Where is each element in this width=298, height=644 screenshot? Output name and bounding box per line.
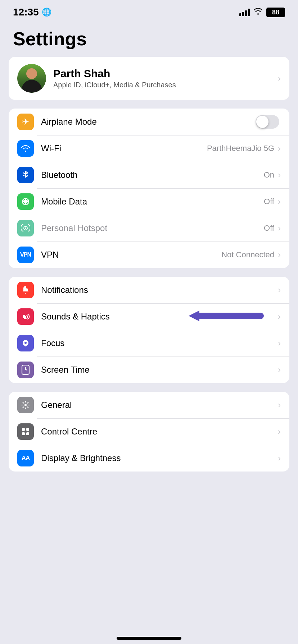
- notifications-label: Notifications: [41, 285, 278, 295]
- airplane-mode-row[interactable]: ✈ Airplane Mode: [9, 109, 289, 135]
- focus-icon: [17, 335, 34, 351]
- battery-indicator: 88: [266, 8, 285, 17]
- svg-point-8: [24, 404, 27, 406]
- wifi-icon: [17, 140, 34, 157]
- bluetooth-row[interactable]: Bluetooth On ›: [9, 162, 289, 188]
- svg-point-2: [26, 286, 29, 289]
- connectivity-card: ✈ Airplane Mode Wi-Fi ParthHeemaJio 5G ›…: [9, 109, 289, 268]
- wifi-chevron: ›: [278, 143, 281, 153]
- focus-label: Focus: [41, 338, 278, 348]
- control-centre-row[interactable]: Control Centre ›: [9, 418, 289, 445]
- display-label: Display & Brightness: [41, 453, 278, 463]
- general-row[interactable]: General ›: [9, 392, 289, 418]
- control-centre-chevron: ›: [278, 427, 281, 437]
- airplane-label: Airplane Mode: [41, 117, 256, 127]
- sounds-label: Sounds & Haptics: [41, 312, 278, 322]
- focus-row[interactable]: Focus ›: [9, 330, 289, 356]
- notifications-row[interactable]: Notifications ›: [9, 277, 289, 303]
- hotspot-row[interactable]: Personal Hotspot Off ›: [9, 215, 289, 242]
- system-card-2: General › Control Centre › AA Display & …: [9, 392, 289, 472]
- mobile-data-chevron: ›: [278, 197, 281, 207]
- mobile-data-row[interactable]: Mobile Data Off ›: [9, 188, 289, 215]
- mobile-data-icon: [17, 193, 34, 210]
- control-centre-label: Control Centre: [41, 427, 278, 437]
- page-title: Settings: [0, 22, 298, 57]
- hotspot-icon: [17, 220, 34, 236]
- globe-icon: 🌐: [42, 8, 51, 17]
- svg-rect-11: [22, 432, 25, 435]
- status-bar: 12:35 🌐 88: [0, 0, 298, 22]
- general-chevron: ›: [278, 400, 281, 410]
- svg-rect-12: [26, 432, 29, 435]
- profile-chevron: ›: [278, 73, 281, 83]
- hotspot-label: Personal Hotspot: [41, 223, 264, 233]
- display-icon: AA: [17, 450, 34, 466]
- notifications-chevron: ›: [278, 285, 281, 295]
- svg-rect-9: [22, 428, 25, 431]
- profile-row[interactable]: Parth Shah Apple ID, iCloud+, Media & Pu…: [9, 57, 289, 100]
- sounds-icon: [17, 308, 34, 325]
- display-chevron: ›: [278, 453, 281, 463]
- bluetooth-chevron: ›: [278, 170, 281, 180]
- sounds-chevron: ›: [278, 312, 281, 322]
- wifi-label: Wi-Fi: [41, 143, 207, 153]
- svg-rect-10: [26, 428, 29, 431]
- svg-point-1: [25, 227, 26, 229]
- screen-time-label: Screen Time: [41, 365, 278, 375]
- wifi-status-icon: [253, 7, 263, 17]
- system-card-1: Notifications › Sounds & Haptics ›: [9, 277, 289, 383]
- vpn-chevron: ›: [278, 250, 281, 260]
- notifications-icon: [17, 282, 34, 298]
- profile-info: Parth Shah Apple ID, iCloud+, Media & Pu…: [53, 68, 271, 89]
- status-icons: 88: [239, 7, 285, 17]
- vpn-label: VPN: [41, 250, 221, 260]
- home-indicator: [117, 637, 181, 640]
- avatar: [17, 64, 46, 93]
- hotspot-chevron: ›: [278, 223, 281, 233]
- svg-point-6: [24, 342, 27, 344]
- vpn-icon: VPN: [17, 247, 34, 263]
- screen-time-chevron: ›: [278, 365, 281, 375]
- sounds-haptics-row[interactable]: Sounds & Haptics ›: [9, 303, 289, 330]
- status-time: 12:35 🌐: [13, 6, 51, 18]
- airplane-toggle[interactable]: [256, 115, 279, 129]
- display-brightness-row[interactable]: AA Display & Brightness ›: [9, 445, 289, 472]
- bluetooth-label: Bluetooth: [41, 170, 264, 180]
- general-icon: [17, 397, 34, 413]
- vpn-row[interactable]: VPN VPN Not Connected ›: [9, 242, 289, 268]
- signal-icon: [239, 8, 250, 16]
- svg-rect-4: [23, 315, 24, 318]
- hotspot-value: Off: [264, 224, 274, 233]
- wifi-value: ParthHeemaJio 5G: [207, 144, 274, 153]
- profile-name: Parth Shah: [53, 68, 271, 80]
- bluetooth-icon: [17, 167, 34, 183]
- control-centre-icon: [17, 423, 34, 440]
- screen-time-icon: [17, 362, 34, 378]
- airplane-icon: ✈: [17, 114, 34, 130]
- mobile-data-label: Mobile Data: [41, 197, 264, 207]
- profile-subtitle: Apple ID, iCloud+, Media & Purchases: [53, 81, 271, 89]
- bluetooth-value: On: [264, 170, 274, 180]
- wifi-row[interactable]: Wi-Fi ParthHeemaJio 5G ›: [9, 135, 289, 162]
- vpn-value: Not Connected: [221, 250, 274, 259]
- focus-chevron: ›: [278, 338, 281, 348]
- screen-time-row[interactable]: Screen Time ›: [9, 356, 289, 383]
- profile-card[interactable]: Parth Shah Apple ID, iCloud+, Media & Pu…: [9, 57, 289, 100]
- general-label: General: [41, 400, 278, 410]
- mobile-data-value: Off: [264, 197, 274, 206]
